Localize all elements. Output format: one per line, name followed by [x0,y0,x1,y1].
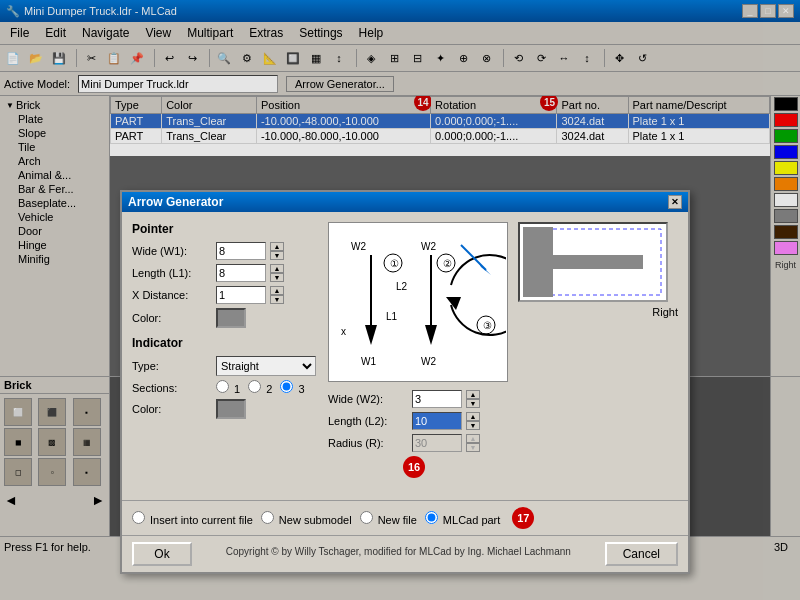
dialog-body: Pointer Wide (W1): ▲ ▼ Length (L1): ▲ ▼ [122,212,688,500]
sections-1-label: 1 [216,380,240,395]
x-dist-down[interactable]: ▼ [270,295,284,304]
length-l1-label: Length (L1): [132,267,212,279]
wide-w1-label: Wide (W1): [132,245,212,257]
svg-text:③: ③ [483,320,492,331]
wide-w2-input[interactable] [412,390,462,408]
type-row: Type: Straight Curved None [132,356,318,376]
radius-r-input[interactable] [412,434,462,452]
length-l1-input[interactable] [216,264,266,282]
indicator-section-label: Indicator [132,336,318,350]
arrow-diagram-svg: W2 W2 L2 L1 x W1 W2 ① ② ③ [331,225,506,380]
dest-current-file-text: Insert into current file [150,514,253,526]
wide-w1-spinner: ▲ ▼ [270,242,284,260]
radius-r-label: Radius (R): [328,437,408,449]
sections-radio-group: 1 2 3 [216,380,305,395]
type-select[interactable]: Straight Curved None [216,356,316,376]
pointer-color-label: Color: [132,312,212,324]
radius-r-down: ▼ [466,443,480,452]
modal-overlay: Arrow Generator ✕ Pointer Wide (W1): ▲ ▼ [0,0,800,600]
indicator-color-button[interactable] [216,399,246,419]
svg-text:W2: W2 [421,356,436,367]
x-distance-spinner: ▲ ▼ [270,286,284,304]
svg-text:W2: W2 [351,241,366,252]
wide-w1-input[interactable] [216,242,266,260]
dialog-preview-panel: Right [518,222,678,490]
ok-button[interactable]: Ok [132,542,192,566]
arrow-generator-dialog: Arrow Generator ✕ Pointer Wide (W1): ▲ ▼ [120,190,690,574]
pointer-color-button[interactable] [216,308,246,328]
sections-label: Sections: [132,382,212,394]
dialog-close-button[interactable]: ✕ [668,195,682,209]
sections-radio-3[interactable] [280,380,293,393]
badge-16: 16 [403,456,425,478]
radius-r-up: ▲ [466,434,480,443]
badge-16-container: 16 [403,456,433,486]
dest-radio-mlcad-part[interactable] [425,511,438,524]
svg-text:①: ① [390,258,399,269]
svg-text:L1: L1 [386,311,398,322]
length-l2-row: Length (L2): ▲ ▼ [328,412,508,430]
dest-submodel-text: New submodel [279,514,352,526]
arrow-diagram: W2 W2 L2 L1 x W1 W2 ① ② ③ [328,222,508,382]
dest-radio-submodel[interactable] [261,511,274,524]
dialog-left-panel: Pointer Wide (W1): ▲ ▼ Length (L1): ▲ ▼ [132,222,318,490]
length-l2-down[interactable]: ▼ [466,421,480,430]
svg-marker-23 [528,252,548,272]
svg-text:W2: W2 [421,241,436,252]
cancel-button[interactable]: Cancel [605,542,678,566]
sections-radio-2[interactable] [248,380,261,393]
radius-r-spinner: ▲ ▼ [466,434,480,452]
svg-text:②: ② [443,258,452,269]
svg-text:W1: W1 [361,356,376,367]
svg-text:L2: L2 [396,281,408,292]
type-label: Type: [132,360,212,372]
dialog-buttons: Ok Copyright © by Willy Tschager, modifi… [122,535,688,572]
indicator-section: Indicator Type: Straight Curved None Sec… [132,336,318,419]
length-l2-input[interactable] [412,412,462,430]
length-l2-up[interactable]: ▲ [466,412,480,421]
diagram-container: W2 W2 L2 L1 x W1 W2 ① ② ③ [328,222,508,490]
wide-w2-spinner: ▲ ▼ [466,390,480,408]
wide-w2-down[interactable]: ▼ [466,399,480,408]
radius-r-row: Radius (R): ▲ ▼ [328,434,508,452]
dialog-title-bar: Arrow Generator ✕ [122,192,688,212]
x-distance-label: X Distance: [132,289,212,301]
x-dist-up[interactable]: ▲ [270,286,284,295]
dest-submodel-label: New submodel [261,511,352,526]
dest-new-file-text: New file [378,514,417,526]
sections-radio-1[interactable] [216,380,229,393]
badge-17: 17 [512,507,534,529]
dest-mlcad-part-text: MLCad part [443,514,500,526]
wide-w1-up[interactable]: ▲ [270,242,284,251]
pointer-color-row: Color: [132,308,318,328]
svg-marker-6 [479,263,491,275]
destination-radios: Insert into current file New submodel Ne… [122,500,688,535]
pointer-section-label: Pointer [132,222,318,236]
sections-3-label: 3 [280,380,304,395]
sections-2-label: 2 [248,380,272,395]
length-l2-label: Length (L2): [328,415,408,427]
dest-new-file-label: New file [360,511,417,526]
dest-current-file-label: Insert into current file [132,511,253,526]
x-distance-input[interactable] [216,286,266,304]
svg-marker-4 [446,297,461,310]
dest-mlcad-part-label: MLCad part [425,511,501,526]
length-l1-spinner: ▲ ▼ [270,264,284,282]
x-distance-row: X Distance: ▲ ▼ [132,286,318,304]
wide-w2-label: Wide (W2): [328,393,408,405]
length-l1-row: Length (L1): ▲ ▼ [132,264,318,282]
indicator-color-row: Color: [132,399,318,419]
length-l1-down[interactable]: ▼ [270,273,284,282]
length-l2-spinner: ▲ ▼ [466,412,480,430]
wide-w2-up[interactable]: ▲ [466,390,480,399]
dest-radio-current-file[interactable] [132,511,145,524]
svg-text:x: x [341,326,346,337]
dest-radio-new-file[interactable] [360,511,373,524]
wide-w1-down[interactable]: ▼ [270,251,284,260]
preview-svg [523,227,663,297]
svg-marker-1 [365,325,377,345]
svg-marker-3 [425,325,437,345]
arrow-preview-box [518,222,668,302]
length-l1-up[interactable]: ▲ [270,264,284,273]
right-inputs: Wide (W2): ▲ ▼ Length (L2): ▲ ▼ [328,390,508,486]
